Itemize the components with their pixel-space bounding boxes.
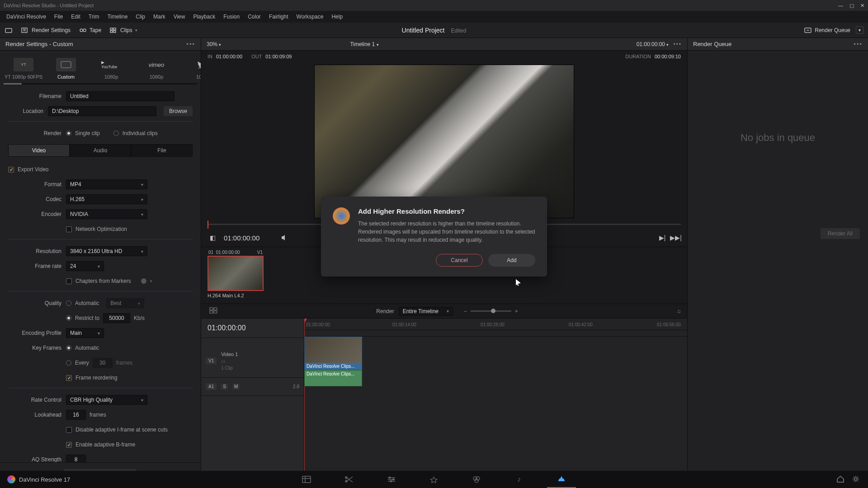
track-v1-badge[interactable]: V1 — [206, 357, 217, 364]
viewer-menu-button[interactable]: ••• — [673, 41, 682, 47]
menu-help[interactable]: Help — [328, 12, 346, 21]
add-button[interactable]: Add — [488, 254, 535, 267]
nav-fairlight-page[interactable]: ♪ — [514, 474, 524, 485]
network-optimization-checkbox[interactable] — [66, 226, 72, 232]
individual-clips-radio[interactable] — [113, 131, 119, 136]
timeline-timecode[interactable]: 01:00:00:00 — [201, 319, 304, 338]
render-queue-button[interactable]: Render Queue — [804, 27, 850, 34]
window-close[interactable]: ✕ — [860, 3, 864, 9]
rate-control-select[interactable]: CBR High Quality▾ — [66, 395, 147, 405]
menu-fairlight[interactable]: Fairlight — [265, 12, 292, 21]
frame-reordering-checkbox[interactable] — [66, 375, 72, 381]
framerate-select[interactable]: 24▾ — [66, 261, 104, 271]
disable-iframe-checkbox[interactable] — [66, 427, 72, 433]
menu-fusion[interactable]: Fusion — [220, 12, 243, 21]
enable-bframe-checkbox[interactable] — [66, 442, 72, 448]
export-video-checkbox[interactable] — [8, 167, 14, 173]
chapters-checkbox[interactable] — [66, 278, 72, 284]
tab-video[interactable]: Video — [8, 144, 70, 157]
thumbnails-view-icon[interactable] — [209, 307, 217, 315]
nav-fusion-page[interactable] — [429, 474, 439, 485]
tab-audio[interactable]: Audio — [70, 144, 131, 157]
timeline-name-dropdown[interactable]: Timeline 1 ▾ — [350, 41, 378, 47]
zoom-in-button[interactable]: + — [515, 308, 518, 314]
keyframes-n-input[interactable] — [93, 358, 113, 368]
next-clip-button[interactable]: ▶| — [657, 233, 667, 243]
nav-deliver-page[interactable] — [556, 474, 567, 485]
menu-view[interactable]: View — [170, 12, 189, 21]
menu-color[interactable]: Color — [244, 12, 264, 21]
encoding-profile-select[interactable]: Main▾ — [66, 328, 104, 338]
keyframes-auto-radio[interactable] — [66, 345, 71, 351]
nav-edit-page[interactable] — [386, 474, 397, 485]
menu-mark[interactable]: Mark — [150, 12, 169, 21]
solo-button[interactable]: S — [221, 384, 228, 389]
project-settings-button[interactable] — [852, 475, 860, 484]
restrict-to-radio[interactable] — [66, 315, 71, 321]
video-track-header[interactable]: V1 Video 1 ▭ 1 Clip — [201, 344, 304, 378]
quick-export-button[interactable] — [5, 27, 13, 34]
menu-clip[interactable]: Clip — [132, 12, 149, 21]
preset-youtube[interactable]: ▶ YouTube1080p — [89, 58, 134, 80]
audio-clip[interactable]: DaVinci Resolve Clips... — [304, 370, 362, 386]
window-maximize[interactable]: ▢ — [849, 3, 854, 9]
mute-button[interactable]: M — [232, 384, 240, 389]
go-to-end-button[interactable]: ▶▶| — [671, 233, 681, 243]
workspace-menu-button[interactable]: ▾ — [856, 26, 863, 34]
track-a1-badge[interactable]: A1 — [206, 383, 217, 390]
home-button[interactable] — [836, 475, 844, 484]
nav-cut-page[interactable] — [344, 474, 354, 485]
panel-menu-button[interactable]: ••• — [186, 41, 195, 47]
render-range-select[interactable]: Entire Timeline▾ — [399, 307, 453, 316]
menu-playback[interactable]: Playback — [189, 12, 219, 21]
timeline-zoom-slider[interactable] — [471, 310, 511, 312]
menu-edit[interactable]: Edit — [67, 12, 84, 21]
menu-timeline[interactable]: Timeline — [104, 12, 131, 21]
render-all-button[interactable]: Render All — [821, 228, 860, 239]
preset-vimeo[interactable]: vimeo1080p — [134, 58, 179, 80]
track-view-icon[interactable]: ▭ — [221, 359, 225, 364]
menu-trim[interactable]: Trim — [85, 12, 103, 21]
out-timecode[interactable]: 01:00:09:09 — [265, 54, 292, 59]
encoder-select[interactable]: NVIDIA▾ — [66, 209, 147, 219]
audio-track-icon[interactable]: ♫ — [677, 308, 681, 314]
viewer-zoom-dropdown[interactable]: 30% ▾ — [207, 41, 221, 47]
aq-strength-input[interactable] — [66, 455, 86, 462]
nav-media-page[interactable] — [301, 474, 312, 485]
viewer-timecode[interactable]: 01:00:00:00 ▾ — [637, 41, 669, 47]
timecode-options-icon[interactable]: ◧ — [208, 233, 217, 243]
menu-davinci-resolve[interactable]: DaVinci Resolve — [3, 12, 50, 21]
nav-color-page[interactable] — [471, 474, 482, 485]
zoom-out-button[interactable]: − — [464, 308, 467, 314]
preset-twitter[interactable]: 1080 — [179, 58, 201, 80]
codec-select[interactable]: H.265▾ — [66, 194, 147, 204]
single-clip-radio[interactable] — [66, 131, 71, 136]
quality-auto-radio[interactable] — [66, 300, 71, 306]
keyframes-every-radio[interactable] — [66, 360, 71, 366]
filename-input[interactable] — [66, 91, 175, 101]
in-timecode[interactable]: 01:00:00:00 — [216, 54, 242, 59]
timeline-tracks[interactable]: 01:00:00:00 01:00:14:00 01:00:28:00 01:0… — [304, 319, 687, 488]
clips-button[interactable]: Clips ▾ — [109, 27, 137, 34]
bitrate-input[interactable] — [103, 313, 130, 323]
mute-button[interactable] — [279, 233, 289, 243]
timeline-ruler[interactable]: 01:00:00:00 01:00:14:00 01:00:28:00 01:0… — [304, 319, 687, 330]
preset-custom[interactable]: Custom — [43, 58, 89, 80]
render-settings-button[interactable]: Render Settings — [21, 27, 71, 34]
browse-button[interactable]: Browse — [164, 106, 193, 116]
lookahead-input[interactable] — [66, 410, 86, 420]
queue-menu-button[interactable]: ••• — [854, 41, 863, 47]
audio-track-header[interactable]: A1 S M 2.0 — [201, 378, 304, 396]
window-minimize[interactable]: — — [838, 3, 843, 9]
format-select[interactable]: MP4▾ — [66, 179, 147, 189]
location-input[interactable] — [48, 106, 156, 116]
cancel-button[interactable]: Cancel — [436, 254, 483, 267]
menu-workspace[interactable]: Workspace — [293, 12, 327, 21]
tab-file[interactable]: File — [131, 144, 193, 157]
marker-color-dot[interactable] — [141, 278, 146, 284]
transport-timecode[interactable]: 01:00:00:00 — [224, 234, 259, 242]
tape-button[interactable]: Tape — [79, 27, 101, 34]
clip-thumbnail[interactable]: 01 01:00:00:00V1 H.264 Main L4.2 — [208, 250, 264, 304]
video-clip[interactable]: DaVinci Resolve Clips... — [304, 337, 362, 370]
menu-file[interactable]: File — [51, 12, 66, 21]
